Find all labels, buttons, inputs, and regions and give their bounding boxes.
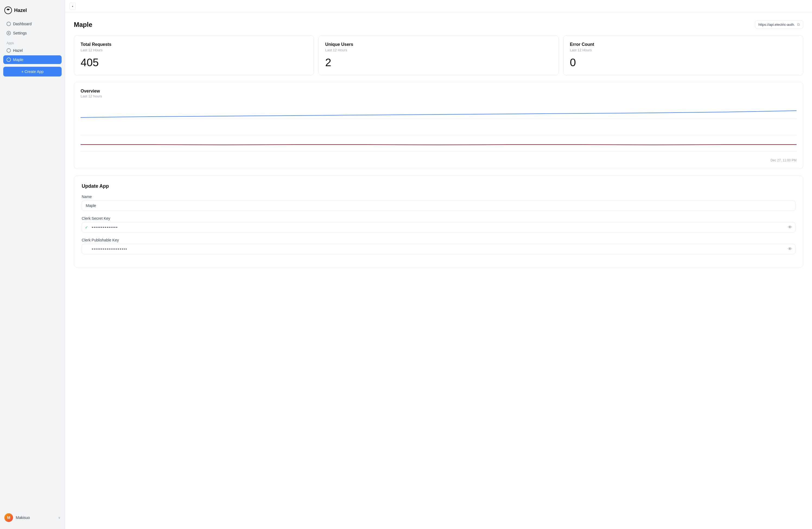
stat-sublabel-total-requests: Last 12 Hours: [81, 48, 307, 52]
hazel-app-icon: [6, 48, 11, 53]
svg-point-1: [7, 22, 11, 26]
brand-name: Hazel: [14, 8, 27, 13]
stat-sublabel-unique-users: Last 12 Hours: [325, 48, 552, 52]
clerk-secret-input-wrapper: ✓ 👁: [82, 222, 795, 233]
svg-point-5: [7, 58, 11, 62]
copy-icon[interactable]: ⧉: [797, 22, 800, 27]
main-content: ▪ Maple https://api.electric-auth. ⧉ Tot…: [65, 0, 812, 529]
sidebar-item-maple-label: Maple: [13, 58, 23, 62]
sidebar-item-settings-label: Settings: [13, 31, 27, 35]
sidebar-item-dashboard[interactable]: Dashboard: [3, 19, 62, 28]
create-app-label: + Create App: [21, 70, 43, 74]
eye-icon-publishable[interactable]: 👁: [788, 247, 792, 251]
page-title: Maple: [74, 21, 92, 29]
page-header: Maple https://api.electric-auth. ⧉: [74, 20, 803, 29]
clerk-publishable-input[interactable]: [82, 244, 795, 254]
name-form-group: Name: [82, 194, 795, 211]
chart-subtitle: Last 12 hours: [81, 94, 797, 98]
sidebar-item-hazel-label: Hazel: [13, 48, 23, 53]
stat-sublabel-error-count: Last 12 Hours: [570, 48, 797, 52]
app-logo: Hazel: [3, 4, 62, 19]
topbar: ▪: [65, 0, 812, 13]
clerk-publishable-form-group: Clerk Publishable Key 👁: [82, 238, 795, 254]
name-input[interactable]: [82, 201, 795, 211]
sidebar-item-settings[interactable]: Settings: [3, 29, 62, 38]
sidebar: Hazel Dashboard Settings Apps Hazel Mapl…: [0, 0, 65, 529]
stat-card-total-requests: Total Requests Last 12 Hours 405: [74, 35, 314, 75]
user-profile[interactable]: M Makisuo ∨: [3, 511, 62, 525]
sidebar-toggle-button[interactable]: ▪: [70, 3, 76, 10]
avatar: M: [4, 513, 13, 522]
chevron-down-icon: ∨: [58, 516, 60, 519]
clerk-secret-label: Clerk Secret Key: [82, 216, 795, 221]
stat-label-error-count: Error Count: [570, 42, 797, 47]
clerk-secret-form-group: Clerk Secret Key ✓ 👁: [82, 216, 795, 233]
api-url-box: https://api.electric-auth. ⧉: [755, 20, 803, 29]
chart-title: Overview: [81, 89, 797, 93]
clerk-publishable-label: Clerk Publishable Key: [82, 238, 795, 242]
sidebar-toggle-icon: ▪: [72, 4, 73, 9]
svg-point-3: [8, 32, 9, 34]
update-app-title: Update App: [82, 183, 795, 189]
overview-chart-card: Overview Last 12 hours Dec 27, 11:00 PM: [74, 82, 803, 169]
name-label: Name: [82, 194, 795, 199]
eye-icon[interactable]: 👁: [788, 225, 792, 230]
stat-label-unique-users: Unique Users: [325, 42, 552, 47]
update-app-card: Update App Name Clerk Secret Key ✓ 👁 Cle…: [74, 176, 803, 267]
api-url-text: https://api.electric-auth.: [758, 23, 795, 27]
svg-point-4: [7, 48, 11, 53]
settings-icon: [6, 31, 11, 35]
svg-point-2: [7, 31, 11, 35]
apps-section-label: Apps: [3, 38, 62, 46]
user-name: Makisuo: [16, 515, 55, 520]
stat-value-total-requests: 405: [81, 56, 307, 69]
stat-card-error-count: Error Count Last 12 Hours 0: [563, 35, 803, 75]
chart-svg: [81, 103, 797, 157]
sidebar-item-maple[interactable]: Maple: [3, 55, 62, 64]
dashboard-icon: [6, 22, 11, 26]
clerk-publishable-input-wrapper: 👁: [82, 244, 795, 254]
sidebar-item-dashboard-label: Dashboard: [13, 22, 32, 26]
stat-card-unique-users: Unique Users Last 12 Hours 2: [318, 35, 559, 75]
chart-area: [81, 103, 797, 157]
page-content: Maple https://api.electric-auth. ⧉ Total…: [65, 13, 812, 529]
check-icon: ✓: [85, 225, 88, 230]
stats-grid: Total Requests Last 12 Hours 405 Unique …: [74, 35, 803, 75]
stat-label-total-requests: Total Requests: [81, 42, 307, 47]
clerk-secret-input[interactable]: [82, 222, 795, 233]
sidebar-item-hazel[interactable]: Hazel: [3, 46, 62, 55]
stat-value-error-count: 0: [570, 56, 797, 69]
chart-timestamp: Dec 27, 11:00 PM: [81, 159, 797, 162]
maple-app-icon: [6, 58, 11, 62]
stat-value-unique-users: 2: [325, 56, 552, 69]
create-app-button[interactable]: + Create App: [3, 67, 62, 76]
hazel-logo-icon: [4, 6, 12, 14]
